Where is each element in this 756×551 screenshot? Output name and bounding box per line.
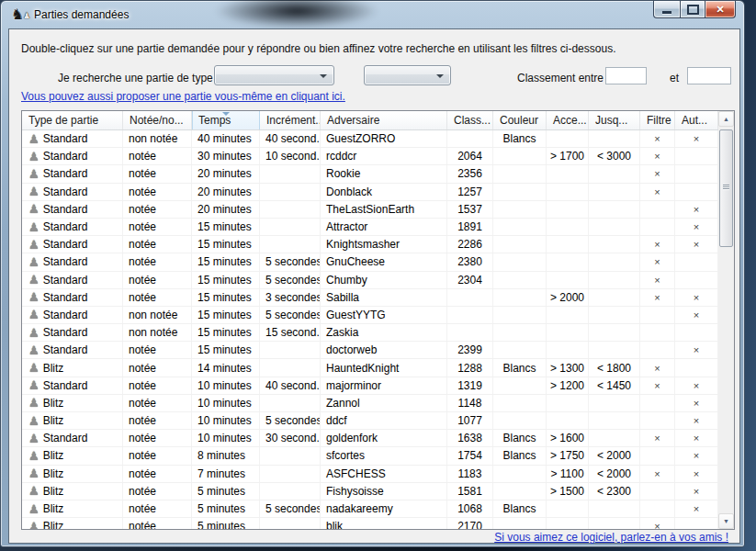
- column-header-increment[interactable]: Incrément...: [260, 111, 321, 129]
- rating-min-input[interactable]: [605, 67, 647, 84]
- table-row[interactable]: ♟Blitznotée5 minutesblik2170×: [22, 518, 718, 529]
- column-header-filter[interactable]: Filtre: [640, 111, 675, 129]
- column-header-color[interactable]: Couleur: [493, 111, 547, 129]
- table-row[interactable]: ♟Standardnotée20 minutesTheLastSionEarth…: [22, 201, 718, 219]
- cell-rated: notée: [123, 148, 192, 165]
- cell-accept: [547, 500, 589, 518]
- cell-until: [589, 324, 640, 342]
- cell-type: ♟Standard: [22, 342, 123, 359]
- cell-opponent: Rookie: [321, 165, 447, 183]
- cell-accept: > 1700: [547, 148, 589, 165]
- cell-accept: > 1750: [547, 447, 589, 465]
- cell-type: ♟Standard: [22, 253, 123, 271]
- table-row[interactable]: ♟Standardnon notée40 minutes40 second...…: [22, 130, 718, 148]
- cell-until: < 2300: [589, 483, 640, 500]
- cell-time: 15 minutes: [192, 324, 260, 342]
- cell-auto: [675, 148, 718, 165]
- table-row[interactable]: ♟Standardnon notée15 minutes15 second...…: [22, 324, 718, 342]
- cell-type: ♟Standard: [22, 219, 123, 236]
- cell-rated: notée: [123, 412, 192, 430]
- table-row[interactable]: ♟Standardnotée10 minutes30 second...gold…: [22, 430, 718, 447]
- column-header-accept[interactable]: Acce...: [547, 111, 589, 129]
- cell-color: [493, 201, 547, 219]
- cell-type: ♟Standard: [22, 201, 123, 219]
- window: ♞ ♟ Parties demandées ✕ Double-cliquez s…: [0, 0, 745, 547]
- table-row[interactable]: ♟Standardnotée15 minutes3 secondesSabill…: [22, 289, 718, 307]
- cell-rating: 1638: [447, 430, 493, 447]
- cell-accept: > 1500: [547, 483, 589, 500]
- share-link[interactable]: Si vous aimez ce logiciel, parlez-en à v…: [494, 531, 728, 544]
- table-row[interactable]: ♟Blitznotée7 minutesASFCHESS1183> 1100< …: [22, 466, 718, 483]
- cell-filter: ×: [640, 359, 675, 377]
- propose-game-link[interactable]: Vous pouvez aussi proposer une partie vo…: [21, 90, 345, 103]
- vertical-scrollbar[interactable]: ▲ ▼: [718, 111, 734, 529]
- pawn-icon: ♟: [28, 274, 39, 286]
- table-row[interactable]: ♟Blitznotée5 minutesFishysoisse1581> 150…: [22, 483, 718, 500]
- minimize-button[interactable]: [653, 1, 680, 18]
- table-row[interactable]: ♟Blitznotée10 minutes5 secondesddcf1077×: [22, 412, 718, 430]
- pawn-icon: ♟: [28, 151, 39, 163]
- column-header-until[interactable]: Jusq...: [589, 111, 640, 129]
- cell-filter: [640, 447, 675, 465]
- cell-increment: 5 secondes: [260, 500, 321, 518]
- cell-until: [589, 253, 640, 271]
- pawn-icon: ♟: [28, 467, 39, 479]
- cell-filter: ×: [640, 518, 675, 529]
- table-row[interactable]: ♟Standardnotée15 minutesKnightsmasher228…: [22, 236, 718, 253]
- table-row[interactable]: ♟Standardnotée15 minutesdoctorweb2399×: [22, 342, 718, 359]
- table-row[interactable]: ♟Standardnotée15 minutesAttractor1891×: [22, 219, 718, 236]
- cell-increment: 5 secondes: [260, 272, 321, 289]
- cell-color: [493, 342, 547, 359]
- close-icon: ✕: [716, 4, 724, 16]
- table-row[interactable]: ♟Standardnotée10 minutes40 second...majo…: [22, 377, 718, 395]
- table-row[interactable]: ♟Standardnotée20 minutesDonblack1257×: [22, 184, 718, 201]
- pawn-icon: ♟: [28, 521, 39, 529]
- table-row[interactable]: ♟Standardnon notée15 minutes5 secondesGu…: [22, 307, 718, 324]
- cell-color: [493, 395, 547, 412]
- cell-opponent: doctorweb: [321, 342, 447, 359]
- scrollbar-thumb[interactable]: [719, 129, 733, 247]
- cell-rated: notée: [123, 184, 192, 201]
- cell-opponent: Fishysoisse: [321, 483, 447, 500]
- table-row[interactable]: ♟Blitznotée10 minutesZannol1148×: [22, 395, 718, 412]
- table-row[interactable]: ♟Blitznotée5 minutes5 secondesnadakareem…: [22, 500, 718, 518]
- column-header-rating[interactable]: Class...: [447, 111, 493, 129]
- game-type-select[interactable]: [214, 65, 334, 85]
- table-row[interactable]: ♟Blitznotée8 minutessfcortes1754Blancs> …: [22, 447, 718, 465]
- rating-max-input[interactable]: [687, 67, 731, 84]
- cell-increment: [260, 466, 321, 483]
- column-header-auto[interactable]: Aut...: [675, 111, 718, 129]
- table-row[interactable]: ♟Standardnotée15 minutes5 secondesChumby…: [22, 272, 718, 289]
- table-row[interactable]: ♟Standardnotée30 minutes10 second...rcdd…: [22, 148, 718, 165]
- pawn-icon: ♟: [28, 503, 39, 515]
- cell-rated: non notée: [123, 307, 192, 324]
- cell-accept: [547, 165, 589, 183]
- column-header-rated[interactable]: Notée/no...: [123, 111, 192, 129]
- cell-increment: 10 second...: [260, 148, 321, 165]
- scroll-down-button[interactable]: ▼: [718, 513, 734, 529]
- close-button[interactable]: ✕: [705, 1, 736, 18]
- column-header-time[interactable]: Temps: [192, 111, 260, 129]
- cell-rating: 1077: [447, 412, 493, 430]
- maximize-button[interactable]: [680, 1, 705, 18]
- cell-rating: 1891: [447, 219, 493, 236]
- pawn-icon: ♟: [28, 221, 39, 233]
- cell-color: [493, 518, 547, 529]
- table-row[interactable]: ♟Standardnotée15 minutes5 secondesGnuChe…: [22, 253, 718, 271]
- cell-auto: ×: [675, 201, 718, 219]
- table-row[interactable]: ♟Blitznotée14 minutesHauntedKnight1288Bl…: [22, 359, 718, 377]
- column-header-opponent[interactable]: Adversaire: [321, 111, 447, 129]
- cell-rating: 1257: [447, 184, 493, 201]
- cell-auto: ×: [675, 447, 718, 465]
- table-row[interactable]: ♟Standardnotée20 minutesRookie2356×: [22, 165, 718, 183]
- cell-auto: ×: [675, 500, 718, 518]
- scroll-up-button[interactable]: ▲: [718, 111, 734, 127]
- cell-accept: [547, 272, 589, 289]
- cell-rating: [447, 307, 493, 324]
- cell-opponent: goldenfork: [321, 430, 447, 447]
- column-header-type[interactable]: Type de partie: [22, 111, 123, 129]
- scrollbar-grip-icon: [723, 185, 729, 190]
- game-subtype-select[interactable]: [364, 65, 451, 85]
- cell-until: [589, 289, 640, 307]
- cell-rated: notée: [123, 500, 192, 518]
